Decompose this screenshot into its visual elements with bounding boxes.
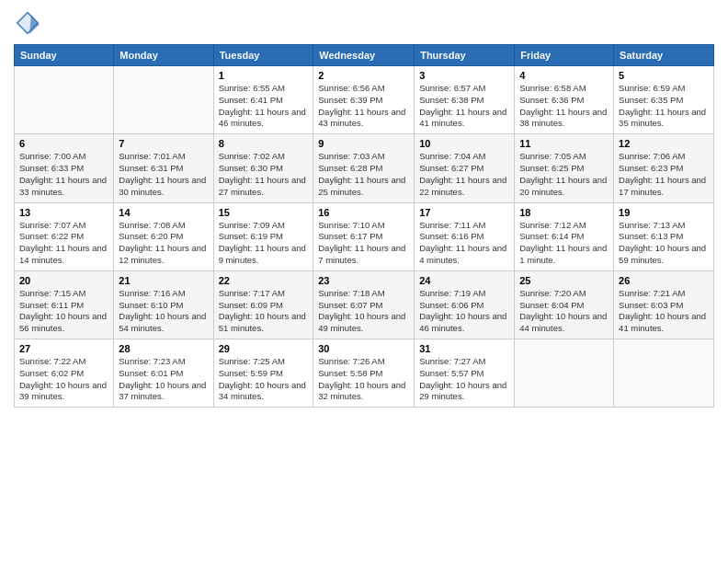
day-number: 12 [619, 138, 709, 149]
calendar-table: SundayMondayTuesdayWednesdayThursdayFrid… [14, 44, 714, 408]
calendar-cell: 30Sunrise: 7:26 AM Sunset: 5:58 PM Dayli… [313, 339, 415, 408]
day-number: 25 [519, 275, 609, 286]
calendar-cell: 8Sunrise: 7:02 AM Sunset: 6:30 PM Daylig… [213, 134, 313, 202]
day-info: Sunrise: 7:27 AM Sunset: 5:57 PM Dayligh… [419, 356, 509, 403]
day-info: Sunrise: 7:00 AM Sunset: 6:33 PM Dayligh… [19, 151, 108, 198]
day-number: 26 [619, 275, 709, 286]
day-number: 15 [219, 207, 309, 218]
calendar-cell: 13Sunrise: 7:07 AM Sunset: 6:22 PM Dayli… [15, 202, 114, 270]
day-number: 31 [419, 343, 509, 354]
weekday-friday: Friday [515, 45, 614, 66]
day-info: Sunrise: 7:16 AM Sunset: 6:10 PM Dayligh… [119, 288, 208, 335]
day-number: 7 [119, 138, 208, 149]
calendar-cell: 7Sunrise: 7:01 AM Sunset: 6:31 PM Daylig… [114, 134, 213, 202]
weekday-tuesday: Tuesday [213, 45, 313, 66]
day-number: 9 [318, 138, 409, 149]
day-number: 3 [419, 70, 509, 81]
calendar-cell: 21Sunrise: 7:16 AM Sunset: 6:10 PM Dayli… [114, 270, 213, 339]
day-number: 2 [318, 70, 409, 81]
day-info: Sunrise: 6:58 AM Sunset: 6:36 PM Dayligh… [519, 83, 609, 130]
logo-icon [14, 9, 41, 37]
day-number: 19 [619, 207, 709, 218]
weekday-saturday: Saturday [614, 45, 714, 66]
day-info: Sunrise: 7:10 AM Sunset: 6:17 PM Dayligh… [318, 220, 409, 267]
calendar-cell: 20Sunrise: 7:15 AM Sunset: 6:11 PM Dayli… [15, 270, 114, 339]
day-info: Sunrise: 7:23 AM Sunset: 6:01 PM Dayligh… [119, 356, 208, 403]
day-info: Sunrise: 6:57 AM Sunset: 6:38 PM Dayligh… [419, 83, 509, 130]
day-info: Sunrise: 7:19 AM Sunset: 6:06 PM Dayligh… [419, 288, 509, 335]
day-info: Sunrise: 7:22 AM Sunset: 6:02 PM Dayligh… [19, 356, 108, 403]
day-info: Sunrise: 7:15 AM Sunset: 6:11 PM Dayligh… [19, 288, 108, 335]
calendar-cell [614, 339, 714, 408]
calendar-cell [114, 66, 213, 134]
day-number: 20 [19, 275, 108, 286]
day-info: Sunrise: 7:20 AM Sunset: 6:04 PM Dayligh… [519, 288, 609, 335]
calendar-cell: 3Sunrise: 6:57 AM Sunset: 6:38 PM Daylig… [415, 66, 515, 134]
calendar-cell: 18Sunrise: 7:12 AM Sunset: 6:14 PM Dayli… [515, 202, 614, 270]
calendar-cell: 1Sunrise: 6:55 AM Sunset: 6:41 PM Daylig… [213, 66, 313, 134]
calendar-cell: 11Sunrise: 7:05 AM Sunset: 6:25 PM Dayli… [515, 134, 614, 202]
day-info: Sunrise: 7:17 AM Sunset: 6:09 PM Dayligh… [219, 288, 309, 335]
day-info: Sunrise: 7:06 AM Sunset: 6:23 PM Dayligh… [619, 151, 709, 198]
page-header [14, 9, 714, 37]
calendar-cell: 28Sunrise: 7:23 AM Sunset: 6:01 PM Dayli… [114, 339, 213, 408]
calendar-week-2: 6Sunrise: 7:00 AM Sunset: 6:33 PM Daylig… [15, 134, 714, 202]
calendar-cell [515, 339, 614, 408]
calendar-cell: 22Sunrise: 7:17 AM Sunset: 6:09 PM Dayli… [213, 270, 313, 339]
day-info: Sunrise: 7:09 AM Sunset: 6:19 PM Dayligh… [219, 220, 309, 267]
calendar-cell: 15Sunrise: 7:09 AM Sunset: 6:19 PM Dayli… [213, 202, 313, 270]
day-number: 17 [419, 207, 509, 218]
calendar-cell: 24Sunrise: 7:19 AM Sunset: 6:06 PM Dayli… [415, 270, 515, 339]
day-info: Sunrise: 7:02 AM Sunset: 6:30 PM Dayligh… [219, 151, 309, 198]
day-info: Sunrise: 6:56 AM Sunset: 6:39 PM Dayligh… [318, 83, 409, 130]
day-number: 4 [519, 70, 609, 81]
day-number: 23 [318, 275, 409, 286]
calendar-cell [15, 66, 114, 134]
weekday-wednesday: Wednesday [313, 45, 415, 66]
day-number: 22 [219, 275, 309, 286]
calendar-cell: 31Sunrise: 7:27 AM Sunset: 5:57 PM Dayli… [415, 339, 515, 408]
logo [14, 9, 45, 37]
day-info: Sunrise: 6:55 AM Sunset: 6:41 PM Dayligh… [219, 83, 309, 130]
weekday-thursday: Thursday [415, 45, 515, 66]
calendar-cell: 6Sunrise: 7:00 AM Sunset: 6:33 PM Daylig… [15, 134, 114, 202]
day-info: Sunrise: 7:26 AM Sunset: 5:58 PM Dayligh… [318, 356, 409, 403]
day-number: 8 [219, 138, 309, 149]
day-number: 24 [419, 275, 509, 286]
calendar-cell: 16Sunrise: 7:10 AM Sunset: 6:17 PM Dayli… [313, 202, 415, 270]
day-number: 29 [219, 343, 309, 354]
calendar-cell: 5Sunrise: 6:59 AM Sunset: 6:35 PM Daylig… [614, 66, 714, 134]
calendar-week-3: 13Sunrise: 7:07 AM Sunset: 6:22 PM Dayli… [15, 202, 714, 270]
day-info: Sunrise: 7:04 AM Sunset: 6:27 PM Dayligh… [419, 151, 509, 198]
day-info: Sunrise: 7:13 AM Sunset: 6:13 PM Dayligh… [619, 220, 709, 267]
calendar-cell: 2Sunrise: 6:56 AM Sunset: 6:39 PM Daylig… [313, 66, 415, 134]
weekday-sunday: Sunday [15, 45, 114, 66]
calendar-week-1: 1Sunrise: 6:55 AM Sunset: 6:41 PM Daylig… [15, 66, 714, 134]
day-number: 27 [19, 343, 108, 354]
calendar-cell: 12Sunrise: 7:06 AM Sunset: 6:23 PM Dayli… [614, 134, 714, 202]
calendar-cell: 9Sunrise: 7:03 AM Sunset: 6:28 PM Daylig… [313, 134, 415, 202]
day-number: 6 [19, 138, 108, 149]
calendar-week-4: 20Sunrise: 7:15 AM Sunset: 6:11 PM Dayli… [15, 270, 714, 339]
day-number: 21 [119, 275, 208, 286]
day-number: 5 [619, 70, 709, 81]
day-number: 1 [219, 70, 309, 81]
calendar-cell: 14Sunrise: 7:08 AM Sunset: 6:20 PM Dayli… [114, 202, 213, 270]
day-info: Sunrise: 6:59 AM Sunset: 6:35 PM Dayligh… [619, 83, 709, 130]
calendar-cell: 26Sunrise: 7:21 AM Sunset: 6:03 PM Dayli… [614, 270, 714, 339]
day-info: Sunrise: 7:12 AM Sunset: 6:14 PM Dayligh… [519, 220, 609, 267]
day-info: Sunrise: 7:03 AM Sunset: 6:28 PM Dayligh… [318, 151, 409, 198]
weekday-monday: Monday [114, 45, 213, 66]
day-info: Sunrise: 7:08 AM Sunset: 6:20 PM Dayligh… [119, 220, 208, 267]
day-info: Sunrise: 7:01 AM Sunset: 6:31 PM Dayligh… [119, 151, 208, 198]
calendar-cell: 23Sunrise: 7:18 AM Sunset: 6:07 PM Dayli… [313, 270, 415, 339]
day-info: Sunrise: 7:25 AM Sunset: 5:59 PM Dayligh… [219, 356, 309, 403]
calendar-cell: 4Sunrise: 6:58 AM Sunset: 6:36 PM Daylig… [515, 66, 614, 134]
day-info: Sunrise: 7:18 AM Sunset: 6:07 PM Dayligh… [318, 288, 409, 335]
calendar-cell: 29Sunrise: 7:25 AM Sunset: 5:59 PM Dayli… [213, 339, 313, 408]
calendar-cell: 17Sunrise: 7:11 AM Sunset: 6:16 PM Dayli… [415, 202, 515, 270]
calendar-cell: 10Sunrise: 7:04 AM Sunset: 6:27 PM Dayli… [415, 134, 515, 202]
day-number: 10 [419, 138, 509, 149]
day-number: 16 [318, 207, 409, 218]
day-number: 11 [519, 138, 609, 149]
